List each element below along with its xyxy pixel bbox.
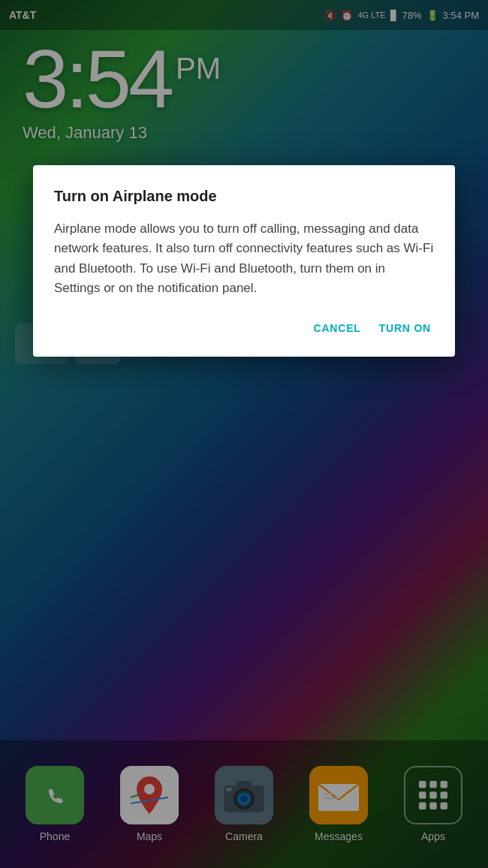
- cancel-button[interactable]: CANCEL: [310, 316, 363, 340]
- dialog-buttons: CANCEL TURN ON: [54, 316, 434, 345]
- dialog-title: Turn on Airplane mode: [54, 186, 434, 206]
- turn-on-button[interactable]: TURN ON: [376, 316, 434, 340]
- airplane-mode-dialog: Turn on Airplane mode Airplane mode allo…: [33, 165, 455, 357]
- dialog-body: Airplane mode allows you to turn off cal…: [54, 219, 434, 298]
- overlay-dim[interactable]: [0, 0, 488, 868]
